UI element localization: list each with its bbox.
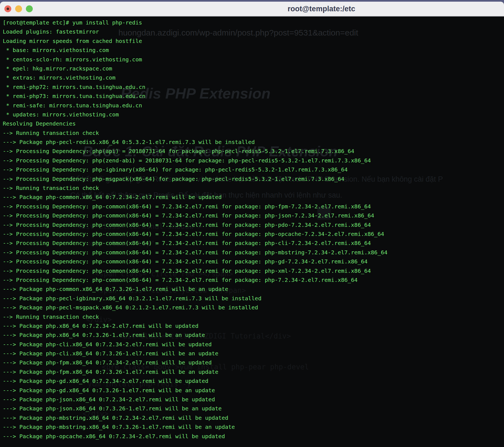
- terminal-line: --> Processing Dependency: php-common(x8…: [3, 211, 504, 220]
- terminal-window: root@template:/etc huongdan.azdigi.com/w…: [0, 2, 504, 447]
- terminal-line: --> Running transaction check: [3, 129, 504, 138]
- terminal-line: --> Processing Dependency: php-common(x8…: [3, 266, 504, 276]
- terminal-line: ---> Package php-gd.x86_64 0:7.3.26-1.el…: [3, 386, 504, 395]
- terminal-line: * remi-php73: mirrors.tuna.tsinghua.edu.…: [3, 92, 504, 101]
- terminal-line: --> Processing Dependency: php-common(x8…: [3, 239, 504, 248]
- terminal-line: --> Processing Dependency: php-msgpack(x…: [3, 175, 504, 184]
- terminal-line: ---> Package php-mbstring.x86_64 0:7.3.2…: [3, 423, 504, 432]
- close-icon: [7, 8, 9, 10]
- terminal-line: ---> Package php-fpm.x86_64 0:7.3.26-1.e…: [3, 367, 504, 377]
- window-title: root@template:/etc: [288, 5, 355, 13]
- terminal-line: --> Processing Dependency: php-common(x8…: [3, 230, 504, 239]
- terminal-line: --> Processing Dependency: php-common(x8…: [3, 276, 504, 285]
- terminal-line: ---> Package php-fpm.x86_64 0:7.2.34-2.e…: [3, 358, 504, 367]
- terminal-line: ---> Package php-common.x86_64 0:7.3.26-…: [3, 285, 504, 294]
- terminal-line: * updates: mirrors.viethosting.com: [3, 110, 504, 119]
- terminal-line: ---> Package php-gd.x86_64 0:7.2.34-2.el…: [3, 377, 504, 386]
- terminal-line: Resolving Dependencies: [3, 119, 504, 128]
- window-controls: [4, 6, 33, 12]
- terminal-line: --> Processing Dependency: php-common(x8…: [3, 202, 504, 211]
- terminal-line: ---> Package php-json.x86_64 0:7.3.26-1.…: [3, 404, 504, 413]
- terminal-output: [root@template etc]# yum install php-red…: [0, 17, 504, 441]
- terminal-line: * extras: mirrors.viethosting.com: [3, 73, 504, 82]
- terminal-line: Loading mirror speeds from cached hostfi…: [3, 37, 504, 46]
- terminal-line: ---> Package php-common.x86_64 0:7.2.34-…: [3, 193, 504, 202]
- window-titlebar[interactable]: root@template:/etc: [0, 2, 504, 17]
- terminal-line: --> Processing Dependency: php-common(x8…: [3, 248, 504, 257]
- terminal-line: --> Processing Dependency: php(api) = 20…: [3, 147, 504, 156]
- terminal-line: * remi-safe: mirrors.tuna.tsinghua.edu.c…: [3, 101, 504, 110]
- terminal-line: * epel: hkg.mirror.rackspace.com: [3, 64, 504, 73]
- terminal-line: ---> Package php-pecl-redis5.x86_64 0:5.…: [3, 138, 504, 147]
- terminal-line: ---> Package php.x86_64 0:7.3.26-1.el7.r…: [3, 331, 504, 340]
- terminal-line: ---> Package php-cli.x86_64 0:7.3.26-1.e…: [3, 349, 504, 358]
- terminal-line: ---> Package php-pecl-msgpack.x86_64 0:2…: [3, 303, 504, 312]
- terminal-line: --> Running transaction check: [3, 312, 504, 321]
- terminal-line: * remi-php72: mirrors.tuna.tsinghua.edu.…: [3, 83, 504, 92]
- close-button[interactable]: [4, 6, 11, 12]
- terminal-line: ---> Package php-pecl-igbinary.x86_64 0:…: [3, 294, 504, 303]
- terminal-line: ---> Package php-opcache.x86_64 0:7.2.34…: [3, 432, 504, 441]
- terminal-line: --> Processing Dependency: php-igbinary(…: [3, 165, 504, 174]
- terminal-line: Loaded plugins: fastestmirror: [3, 27, 504, 36]
- terminal-line: [root@template etc]# yum install php-red…: [3, 18, 504, 27]
- zoom-button[interactable]: [26, 6, 33, 12]
- terminal-line: ---> Package php-cli.x86_64 0:7.2.34-2.e…: [3, 340, 504, 349]
- terminal-line: --> Processing Dependency: php-common(x8…: [3, 257, 504, 266]
- terminal-line: * base: mirrors.viethosting.com: [3, 46, 504, 55]
- terminal-line: --> Processing Dependency: php-common(x8…: [3, 220, 504, 230]
- minimize-button[interactable]: [15, 6, 22, 12]
- terminal-line: ---> Package php.x86_64 0:7.2.34-2.el7.r…: [3, 321, 504, 331]
- screen: root@template:/etc huongdan.azdigi.com/w…: [0, 0, 504, 447]
- terminal-line: * centos-sclo-rh: mirrors.viethosting.co…: [3, 55, 504, 64]
- terminal-line: --> Processing Dependency: php(zend-abi)…: [3, 156, 504, 165]
- terminal-content[interactable]: huongdan.azdigi.com/wp-admin/post.php?po…: [0, 17, 504, 447]
- terminal-line: ---> Package php-mbstring.x86_64 0:7.2.3…: [3, 413, 504, 423]
- terminal-line: --> Running transaction check: [3, 184, 504, 193]
- terminal-line: ---> Package php-json.x86_64 0:7.2.34-2.…: [3, 395, 504, 404]
